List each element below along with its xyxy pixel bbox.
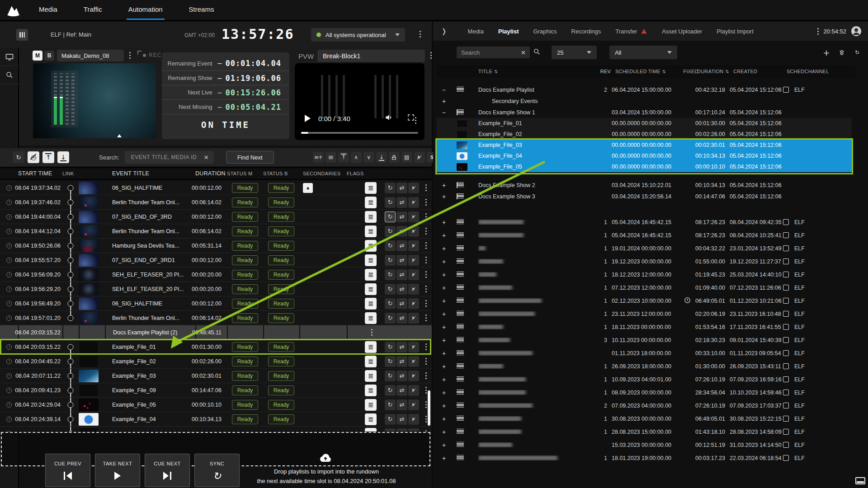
rundown-row[interactable]: 08.04 19:57:01.20 Berlin Thunder Team On… [0, 311, 432, 325]
event-link-cell[interactable] [62, 181, 79, 195]
sched-channel-checkbox[interactable] [783, 429, 789, 435]
transition-flag-icon[interactable] [396, 226, 407, 237]
sched-channel-checkbox[interactable] [783, 337, 789, 343]
playlist-list-row[interactable]: + 1 18.01.2023 19:00:00.00 00:03:17.23 2… [437, 451, 852, 465]
rundown-row[interactable]: 08.04 19:50:26.06 Hamburg Sea Devils Tea… [0, 239, 432, 253]
expander-toggle[interactable]: + [437, 428, 451, 436]
playlist-list-row[interactable]: + 1 05.04.2024 16:45:42.15 08:17:26.23 0… [437, 229, 852, 242]
tab-media-library[interactable]: Media [468, 28, 484, 35]
rundown-row[interactable]: 08.04 19:56:09.20 SEH_ELF_TEASER_20 Pl..… [0, 267, 432, 282]
secondary-list-icon[interactable] [365, 283, 377, 295]
auto-follow-flag-icon[interactable] [385, 197, 396, 208]
auto-follow-flag-icon[interactable] [385, 342, 396, 352]
playlist-list-row[interactable]: + 1 10.09.2023 04:00:01.00 07:26:10.19 0… [437, 373, 852, 386]
channel-select[interactable]: Makalu_Demo_08 [57, 50, 124, 61]
channel-kebab-menu[interactable] [129, 55, 131, 56]
rundown-row[interactable]: 08.04 20:04:45.22 Example_File_02 00:02:… [0, 354, 432, 369]
transport-button[interactable]: SYNC [194, 454, 240, 487]
manual-lock-flag-icon[interactable] [408, 356, 419, 367]
expander-toggle[interactable]: + [437, 193, 451, 200]
expander-toggle[interactable]: + [437, 245, 451, 252]
playlist-nav-kebab[interactable] [817, 31, 819, 32]
expander-toggle[interactable]: + [437, 441, 451, 449]
transition-flag-icon[interactable] [396, 371, 407, 381]
transition-flag-icon[interactable] [396, 342, 407, 352]
playlist-list-row[interactable]: + 1 26.09.2023 18:00:00.00 01:30:00.00 2… [437, 360, 852, 373]
event-kebab-menu[interactable] [425, 389, 427, 391]
auto-follow-flag-icon[interactable] [385, 240, 396, 251]
event-link-cell[interactable] [62, 239, 79, 253]
auto-follow-flag-icon[interactable] [385, 211, 396, 222]
jump-to-next-button[interactable] [57, 151, 69, 163]
auto-follow-flag-icon[interactable] [385, 313, 396, 324]
transition-flag-icon[interactable] [396, 255, 407, 266]
event-kebab-menu[interactable] [425, 187, 427, 188]
secondary-list-icon[interactable] [365, 182, 377, 194]
rail-monitor-button[interactable] [0, 48, 19, 66]
sched-channel-checkbox[interactable] [783, 298, 789, 304]
bottom-right-panel-icon[interactable] [855, 477, 865, 484]
playlist-list-row[interactable]: + 3 10.11.2023 00:00:00.00 02:18:30.23 0… [437, 333, 852, 347]
auto-follow-flag-icon[interactable] [385, 428, 396, 432]
auto-follow-flag-icon[interactable] [385, 399, 396, 410]
playlist-list-row[interactable]: + 1 30.08.2023 00:00:00.00 06:49:05.01 3… [437, 412, 852, 425]
auto-follow-flag-icon[interactable] [385, 356, 396, 367]
expand-button[interactable] [363, 152, 374, 163]
sched-channel-checkbox[interactable] [783, 232, 789, 238]
event-kebab-menu[interactable] [425, 404, 427, 405]
playlist-list-row[interactable]: + 2 07.09.2023 04:00:00.00 07:26:10.19 0… [437, 399, 852, 412]
rundown-row[interactable]: 08.04 20:03:15.22 Example_File_01 00:01:… [0, 340, 432, 354]
event-kebab-menu[interactable] [371, 332, 373, 333]
lock-button[interactable] [389, 152, 400, 163]
player-progress-bar[interactable] [301, 132, 418, 134]
event-kebab-menu[interactable] [425, 375, 427, 376]
event-link-cell[interactable] [62, 210, 79, 224]
col-fixed[interactable]: FIXED [684, 69, 697, 74]
event-kebab-menu[interactable] [425, 418, 427, 420]
playlist-tree-row[interactable]: + Docs Example Show 3 03.04.2024 15:20:5… [437, 191, 852, 202]
add-playlist-button[interactable] [821, 47, 832, 58]
manual-lock-flag-icon[interactable] [408, 399, 419, 410]
rundown-row[interactable]: 08.04 19:56:49.20 06_SIG_HALFTIME 00:00:… [0, 296, 432, 311]
expander-toggle[interactable]: + [437, 284, 451, 291]
expander-toggle[interactable]: + [437, 219, 451, 226]
secondary-event-button[interactable] [401, 152, 412, 163]
transition-flag-icon[interactable] [396, 414, 407, 425]
transition-flag-icon[interactable] [396, 298, 407, 309]
manual-lock-flag-icon[interactable] [408, 342, 419, 352]
expander-toggle[interactable]: + [437, 455, 451, 462]
event-link-cell[interactable] [62, 412, 79, 426]
secondary-list-icon[interactable] [365, 298, 377, 310]
event-kebab-menu[interactable] [425, 361, 427, 362]
manual-lock-flag-icon[interactable] [408, 197, 419, 208]
sched-channel-checkbox[interactable] [783, 324, 789, 330]
rundown-row[interactable]: 08.04 19:44:00.04 07_SIG_END_OF_3RD 00:0… [0, 210, 432, 224]
playlist-list-row[interactable]: + 15.03.2023 00:00:00.00 00:12:51.19 31.… [437, 438, 852, 451]
playlist-tree-row[interactable]: Example_File_05 00.00.0000 00:00:00.00 0… [437, 161, 852, 172]
col-link[interactable]: LINK [62, 171, 79, 176]
sched-channel-checkbox[interactable] [783, 245, 789, 251]
expander-toggle[interactable]: + [437, 310, 451, 318]
sched-channel-checkbox[interactable] [783, 376, 789, 382]
event-kebab-menu[interactable] [425, 230, 427, 232]
event-link-cell[interactable] [62, 296, 79, 310]
sched-channel-checkbox[interactable] [783, 272, 789, 277]
event-kebab-menu[interactable] [425, 303, 427, 304]
manual-lock-flag-icon[interactable] [408, 414, 419, 425]
transition-flag-icon[interactable] [396, 211, 407, 222]
transition-flag-icon[interactable] [396, 284, 407, 295]
event-link-cell[interactable] [62, 224, 79, 238]
col-created[interactable]: CREATED [729, 69, 782, 74]
tab-playlist[interactable]: Playlist [498, 28, 519, 35]
col-start-time[interactable]: START TIME [18, 170, 62, 177]
pvw-source-select[interactable]: Break-Block1 [317, 50, 425, 62]
rundown-row[interactable]: 08.04 19:37:46.02 Berlin Thunder Team On… [0, 195, 432, 210]
event-link-cell[interactable] [62, 282, 79, 296]
sched-channel-checkbox[interactable] [783, 311, 789, 317]
secondary-list-icon[interactable] [365, 197, 377, 208]
expander-toggle[interactable]: − [437, 109, 451, 116]
transport-button[interactable]: TAKE NEXT [95, 454, 140, 487]
secondary-list-icon[interactable] [365, 211, 377, 223]
expander-toggle[interactable]: + [437, 232, 451, 239]
expander-toggle[interactable]: + [437, 271, 451, 278]
